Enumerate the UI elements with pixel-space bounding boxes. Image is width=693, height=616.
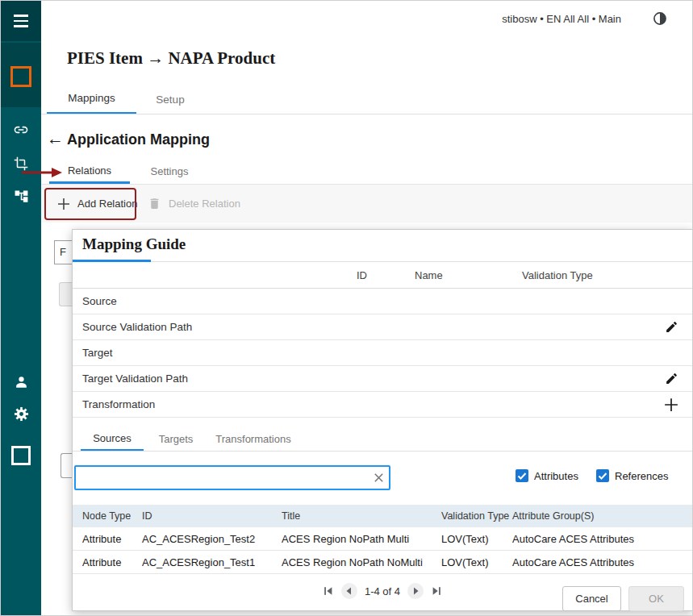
box-fragment — [61, 453, 72, 478]
page-title: PIES Item → NAPA Product — [67, 48, 275, 69]
pencil-icon — [665, 372, 678, 385]
search-input[interactable] — [76, 472, 368, 484]
plus-icon — [57, 198, 70, 210]
mapping-row-source-validation-path[interactable]: Source Validation Path — [73, 314, 692, 340]
add-relation-label: Add Relation — [77, 198, 137, 210]
gear-icon — [14, 406, 29, 422]
table-row[interactable]: Attribute AC_ACESRegion_Test1 ACES Regio… — [73, 551, 692, 574]
hamburger-icon — [14, 15, 28, 27]
results-table-header: Node Type ID Title Validation Type Attri… — [73, 505, 692, 527]
add-relation-button[interactable]: Add Relation — [49, 188, 145, 219]
cell-validation-type: LOV(Text) — [441, 556, 512, 568]
plus-icon — [664, 397, 678, 412]
context-selector[interactable]: stibosw • EN All All • Main — [502, 13, 621, 25]
section-title: Application Mapping — [67, 131, 210, 148]
last-page-icon — [431, 585, 442, 597]
cell-attribute-groups: AutoCare ACES Attributes — [512, 533, 692, 545]
column-name: Name — [415, 269, 443, 281]
dialog-title-underline — [73, 260, 151, 262]
tab-mappings-label: Mappings — [68, 92, 115, 104]
checkbox-checked-icon — [596, 469, 609, 482]
table-row[interactable]: Attribute AC_ACESRegion_Test2 ACES Regio… — [73, 527, 692, 551]
column-node-type: Node Type — [82, 510, 142, 522]
mapping-row-transformation[interactable]: Transformation — [73, 392, 692, 418]
mapping-guide-dialog: Mapping Guide ID Name Validation Type So… — [72, 229, 693, 611]
search-box — [74, 465, 390, 490]
mapping-row-target[interactable]: Target — [73, 340, 692, 366]
mapping-row-target-validation-path[interactable]: Target Validation Path — [73, 366, 692, 392]
edit-source-validation-path-button[interactable] — [663, 319, 679, 335]
attributes-filter[interactable]: Attributes — [516, 469, 578, 482]
sidebar-item-crop[interactable] — [1, 148, 41, 180]
sidebar-item-settings[interactable] — [1, 397, 41, 430]
add-transformation-button[interactable] — [663, 397, 679, 413]
column-validation-type: Validation Type — [522, 269, 593, 281]
ok-button[interactable]: OK — [628, 586, 684, 611]
column-attribute-groups: Attribute Group(S) — [512, 510, 692, 522]
column-validation-type: Validation Type — [441, 510, 512, 522]
crop-icon — [14, 156, 28, 171]
sidebar-nav — [1, 1, 41, 616]
mapping-row-label: Source — [82, 295, 117, 307]
references-filter[interactable]: References — [596, 469, 668, 482]
cell-node-type: Attribute — [82, 533, 142, 545]
sidebar-item-links[interactable] — [1, 114, 41, 146]
references-filter-label: References — [615, 470, 668, 482]
theme-toggle-button[interactable] — [652, 10, 668, 27]
edit-target-validation-path-button[interactable] — [663, 371, 679, 387]
cell-id: AC_ACESRegion_Test1 — [142, 556, 282, 568]
sidebar-item-hierarchy[interactable] — [1, 180, 41, 212]
hamburger-menu-button[interactable] — [1, 1, 41, 41]
mapping-row-source[interactable]: Source — [73, 289, 692, 314]
mapping-row-label: Target Validation Path — [82, 373, 188, 385]
cancel-button[interactable]: Cancel — [562, 586, 621, 611]
mapping-row-label: Transformation — [82, 398, 155, 410]
dialog-tab-transformations-label: Transformations — [215, 433, 290, 445]
dialog-tabs-divider — [73, 451, 692, 452]
filter-input-fragment: F — [54, 240, 72, 264]
user-icon — [14, 374, 29, 389]
column-id: ID — [142, 510, 282, 522]
back-button[interactable]: ← — [47, 129, 64, 148]
dialog-tab-transformations[interactable]: Transformations — [208, 427, 298, 452]
contrast-moon-icon — [652, 10, 668, 27]
app-window: stibosw • EN All All • Main PIES Item → … — [0, 0, 693, 616]
link-icon — [13, 122, 29, 138]
delete-relation-button[interactable]: Delete Relation — [148, 188, 240, 219]
first-page-button[interactable] — [323, 585, 334, 597]
tab-settings[interactable]: Settings — [144, 159, 194, 184]
cell-validation-type: LOV(Text) — [441, 533, 512, 545]
clear-icon — [373, 472, 385, 484]
tab-relations[interactable]: Relations — [49, 159, 130, 184]
dialog-title: Mapping Guide — [82, 235, 186, 253]
white-square-icon — [11, 446, 31, 465]
dialog-tab-targets[interactable]: Targets — [152, 427, 200, 452]
button-fragment — [59, 282, 72, 306]
next-page-icon — [407, 582, 424, 600]
clear-search-button[interactable] — [368, 472, 389, 484]
hierarchy-icon — [14, 189, 29, 204]
next-page-button[interactable] — [407, 582, 424, 600]
sidebar-item-user[interactable] — [1, 365, 41, 397]
column-id: ID — [357, 269, 367, 281]
sidebar-item-workspace[interactable] — [1, 439, 41, 472]
mapping-table-header: ID Name Validation Type — [73, 262, 692, 289]
column-title: Title — [282, 510, 441, 522]
prev-page-button[interactable] — [340, 582, 358, 600]
cell-attribute-groups: AutoCare ACES Attributes — [512, 556, 692, 568]
attributes-filter-label: Attributes — [534, 470, 578, 482]
dialog-tab-targets-label: Targets — [159, 433, 194, 445]
last-page-button[interactable] — [431, 585, 442, 597]
tab-setup[interactable]: Setup — [146, 84, 194, 114]
pagination-label: 1-4 of 4 — [365, 585, 400, 597]
sidebar-item-home[interactable] — [1, 59, 41, 94]
cell-id: AC_ACESRegion_Test2 — [142, 533, 282, 545]
orange-square-icon — [10, 66, 31, 87]
mapping-row-label: Target — [82, 347, 113, 359]
dialog-tab-sources[interactable]: Sources — [81, 427, 144, 452]
tab-mappings[interactable]: Mappings — [47, 84, 136, 114]
first-page-icon — [323, 585, 334, 597]
prev-page-icon — [340, 582, 358, 600]
cell-title: ACES Region NoPath NoMulti — [282, 556, 441, 568]
dialog-tab-sources-label: Sources — [93, 432, 132, 444]
